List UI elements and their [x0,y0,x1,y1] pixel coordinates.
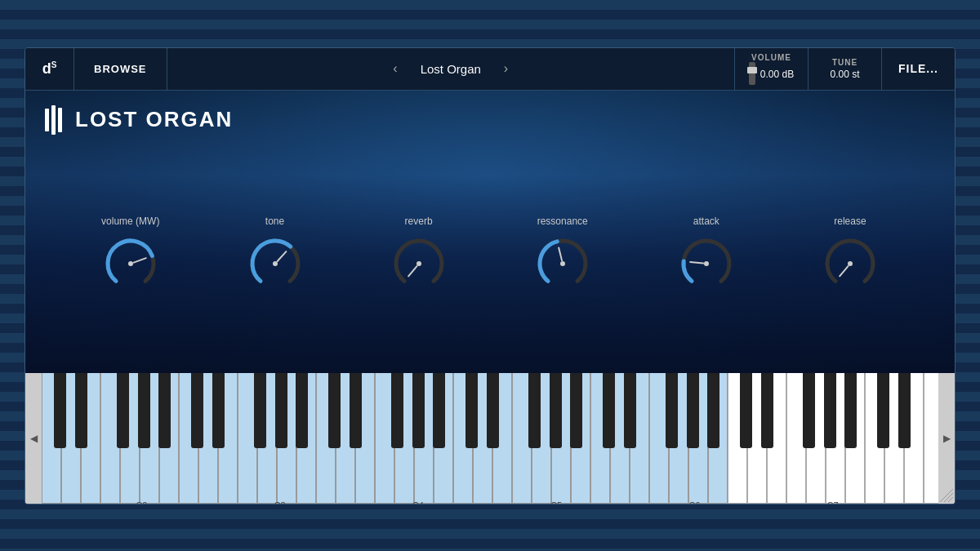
knob-label-volume-mw: volume (MW) [101,216,159,227]
black-key-Cs6[interactable] [740,373,752,449]
tune-value: 0.00 st [830,69,859,80]
black-key-Cs7[interactable] [877,373,889,449]
svg-line-2 [277,251,286,261]
black-key-Fs6[interactable] [803,373,815,449]
black-key-Gs2[interactable] [275,373,287,449]
svg-line-14 [948,497,953,502]
svg-point-9 [704,261,709,266]
volume-label: VOLUME [751,53,791,62]
knobs-area: volume (MW)tonereverbressonanceattackrel… [25,143,955,373]
knob-ressonance[interactable] [534,235,591,292]
black-key-Gs1[interactable] [138,373,150,449]
black-key-As5[interactable] [707,373,719,449]
octave-6 [728,373,865,504]
black-key-Ds7[interactable] [898,373,911,449]
black-key-Cs2[interactable] [191,373,203,449]
volume-value: 0.00 dB [760,69,794,80]
black-key-Fs5[interactable] [666,373,678,449]
main-content: LOST ORGAN volume (MW)tonereverbressonan… [25,91,955,373]
knob-volume-mw[interactable] [102,235,159,292]
knob-group-release: release [822,216,879,292]
knob-group-volume-mw: volume (MW) [101,216,159,292]
knob-label-ressonance: ressonance [537,216,588,227]
knob-group-tone: tone [247,216,304,292]
black-key-Cs5[interactable] [603,373,615,449]
volume-control: VOLUME 0.00 dB [734,48,808,90]
black-key-Gs5[interactable] [687,373,699,449]
black-key-As6[interactable] [844,373,857,449]
next-preset-button[interactable]: › [497,58,514,79]
tune-label: TUNE [832,58,858,67]
svg-point-3 [273,261,278,266]
plugin-window: dS BROWSE ‹ Lost Organ › VOLUME 0.00 dB … [24,47,956,504]
octave-4 [453,373,590,504]
instrument-title: LOST ORGAN [75,107,233,132]
black-key-Ds3[interactable] [350,373,362,449]
preset-name: Lost Organ [421,62,481,76]
browse-button[interactable]: BROWSE [74,48,167,90]
black-key-Cs3[interactable] [328,373,341,449]
file-button[interactable]: FILE... [881,48,955,90]
instrument-icon [45,105,62,135]
svg-point-1 [128,261,133,266]
svg-line-13 [944,493,953,502]
black-key-Fs3[interactable] [391,373,403,449]
black-key-Ds1[interactable] [75,373,87,449]
black-key-Fs4[interactable] [528,373,541,449]
knob-attack[interactable] [678,235,735,292]
prev-preset-button[interactable]: ‹ [386,58,403,79]
black-key-Fs2[interactable] [254,373,266,449]
octave-3 [316,373,453,504]
keyboard-scroll-right-button[interactable]: ▶ [938,373,955,504]
knob-release[interactable] [822,235,879,292]
octave-2 [179,373,316,504]
svg-line-6 [559,247,562,260]
svg-line-8 [690,261,703,263]
black-key-Fs1[interactable] [117,373,129,449]
tune-control: TUNE 0.00 st [808,48,881,90]
black-key-As3[interactable] [433,373,445,449]
toolbar: dS BROWSE ‹ Lost Organ › VOLUME 0.00 dB … [25,48,955,91]
black-key-Gs4[interactable] [550,373,562,449]
svg-line-0 [133,258,145,262]
svg-point-5 [416,261,421,266]
knob-group-attack: attack [678,216,735,292]
keyboard-viewport: C2C3C4C5C6C7 [42,373,938,504]
black-key-Ds2[interactable] [212,373,225,449]
svg-point-11 [848,261,853,266]
keyboard-section: ◀ C2C3C4C5C6C7 ▶ [25,373,955,504]
svg-line-4 [408,266,416,276]
volume-fader[interactable] [749,62,755,85]
keyboard-scroll-left-button[interactable]: ◀ [25,373,42,504]
keyboard [42,373,938,504]
knob-label-tone: tone [265,216,284,227]
knob-reverb[interactable] [390,235,448,292]
black-key-Cs1[interactable] [54,373,66,449]
logo: dS [25,48,74,90]
instrument-header: LOST ORGAN [25,91,955,143]
white-key-F7[interactable] [924,373,938,504]
svg-line-10 [840,266,848,276]
black-key-Ds6[interactable] [761,373,773,449]
knob-label-release: release [834,216,866,227]
black-key-As4[interactable] [570,373,582,449]
knob-label-reverb: reverb [405,216,433,227]
black-key-Gs3[interactable] [412,373,425,449]
knob-group-ressonance: ressonance [534,216,591,292]
octave-1 [42,373,179,504]
octave-5 [590,373,728,504]
black-key-Ds5[interactable] [624,373,636,449]
black-key-As1[interactable] [158,373,171,449]
knob-label-attack: attack [693,216,719,227]
black-key-Gs6[interactable] [824,373,836,449]
svg-point-7 [560,261,565,266]
preset-navigation: ‹ Lost Organ › [167,48,735,90]
knob-tone[interactable] [247,235,304,292]
black-key-Cs4[interactable] [466,373,478,449]
resize-handle [940,489,953,502]
octave-7 [865,373,938,504]
black-key-As2[interactable] [296,373,308,449]
black-key-Ds4[interactable] [487,373,499,449]
knob-group-reverb: reverb [390,216,448,292]
main-area: LOST ORGAN volume (MW)tonereverbressonan… [25,91,955,373]
